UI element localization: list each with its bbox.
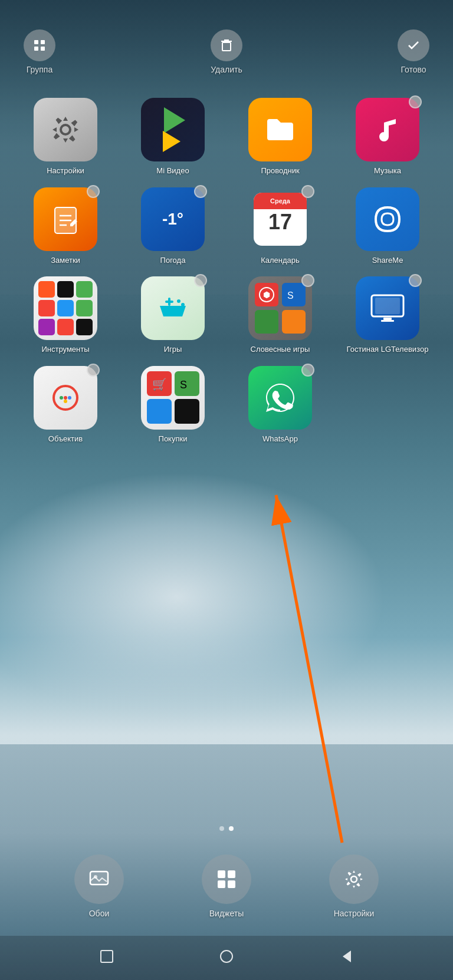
app-shopping[interactable]: 🛒 S Покупки <box>125 366 221 444</box>
lgtv-app-label: Гостиная LGТелевизор <box>347 345 429 354</box>
svg-rect-22 <box>381 320 394 322</box>
calendar-date: 17 <box>268 212 292 233</box>
svg-rect-35 <box>218 880 225 888</box>
screen: Группа Удалить Готово <box>0 0 453 980</box>
svg-rect-20 <box>375 298 400 314</box>
group-button[interactable]: Группа <box>24 29 55 74</box>
files-app-label: Проводник <box>261 166 299 176</box>
svg-rect-13 <box>165 301 173 303</box>
delete-button[interactable]: Удалить <box>211 29 242 74</box>
shopping-app-icon: 🛒 S <box>141 366 205 430</box>
shopping-app-label: Покупки <box>159 434 188 444</box>
app-tools[interactable]: Инструменты <box>18 276 113 354</box>
wordgames-notification-dot <box>301 274 314 287</box>
notes-notification-dot <box>87 185 100 198</box>
music-notification-dot <box>409 95 422 108</box>
app-lgtv[interactable]: Гостиная LGТелевизор <box>340 276 435 354</box>
done-button[interactable]: Готово <box>398 29 429 74</box>
svg-rect-33 <box>218 870 225 878</box>
svg-rect-6 <box>221 41 232 42</box>
page-dot-2 <box>229 826 234 831</box>
svg-point-25 <box>64 396 67 400</box>
lens-app-label: Объектив <box>48 434 83 444</box>
back-button[interactable] <box>334 945 358 968</box>
svg-point-26 <box>68 396 71 400</box>
app-weather[interactable]: -1° Погода <box>125 187 221 265</box>
svg-text:S: S <box>287 291 294 301</box>
whatsapp-app-icon <box>248 366 312 430</box>
app-music[interactable]: Музыка <box>340 98 435 176</box>
whatsapp-app-label: WhatsApp <box>262 434 298 444</box>
svg-rect-2 <box>34 40 38 44</box>
svg-point-37 <box>351 876 357 882</box>
home-button[interactable] <box>215 945 238 968</box>
top-action-bar: Группа Удалить Готово <box>0 0 453 86</box>
svg-rect-36 <box>228 880 235 888</box>
weather-app-label: Погода <box>160 256 186 265</box>
svg-point-27 <box>64 400 67 403</box>
dock-settings-label: Настройки <box>334 909 375 918</box>
mivideo-app-label: Mi Видео <box>156 166 189 176</box>
svg-rect-3 <box>41 40 45 44</box>
weather-notification-dot <box>194 185 207 198</box>
bottom-dock: Обои Виджеты Настройки <box>0 843 453 936</box>
music-app-label: Музыка <box>374 166 401 176</box>
app-grid: Настройки Mi Видео Проводник <box>0 92 453 449</box>
app-files[interactable]: Проводник <box>232 98 328 176</box>
dock-settings[interactable]: Настройки <box>329 854 379 918</box>
lgtv-notification-dot <box>409 274 422 287</box>
notes-app-icon <box>34 187 97 251</box>
wordgames-app-label: Словесные игры <box>251 345 310 354</box>
svg-rect-5 <box>41 47 45 51</box>
system-nav-bar <box>0 936 453 980</box>
app-lens[interactable]: Объектив <box>18 366 113 444</box>
delete-label: Удалить <box>211 65 242 74</box>
games-notification-dot <box>194 274 207 287</box>
app-games[interactable]: Игры <box>125 276 221 354</box>
svg-text:🛒: 🛒 <box>152 377 167 391</box>
music-app-icon <box>356 98 419 161</box>
wordgames-app-icon: ⬢ S <box>248 276 312 340</box>
calendar-app-label: Календарь <box>261 256 300 265</box>
svg-text:S: S <box>180 379 187 391</box>
dock-settings-icon <box>329 854 379 904</box>
games-app-icon <box>141 276 205 340</box>
svg-point-24 <box>60 396 63 400</box>
wallpaper-icon <box>74 854 124 904</box>
dock-wallpaper[interactable]: Обои <box>74 854 124 918</box>
settings-app-label: Настройки <box>47 166 84 176</box>
app-notes[interactable]: Заметки <box>18 187 113 265</box>
svg-point-15 <box>181 303 185 306</box>
mivideo-app-icon <box>141 98 205 161</box>
app-calendar[interactable]: Среда 17 Календарь <box>232 187 328 265</box>
group-label: Группа <box>27 65 52 74</box>
shareme-app-icon <box>356 187 419 251</box>
games-app-label: Игры <box>164 345 182 354</box>
svg-point-14 <box>177 299 180 303</box>
wallpaper-label: Обои <box>89 909 110 918</box>
dock-widgets[interactable]: Виджеты <box>202 854 251 918</box>
calendar-app-icon: Среда 17 <box>248 187 312 251</box>
recent-apps-button[interactable] <box>95 945 119 968</box>
files-app-icon <box>248 98 312 161</box>
shareme-app-label: ShareMe <box>372 256 403 265</box>
app-settings[interactable]: Настройки <box>18 98 113 176</box>
page-indicator <box>0 826 453 831</box>
notes-app-label: Заметки <box>51 256 80 265</box>
app-mivideo[interactable]: Mi Видео <box>125 98 221 176</box>
lgtv-app-icon <box>356 276 419 340</box>
svg-point-39 <box>221 951 232 962</box>
widgets-label: Виджеты <box>209 909 244 918</box>
app-wordgames[interactable]: ⬢ S Словесные игры <box>232 276 328 354</box>
tools-app-label: Инструменты <box>41 345 89 354</box>
page-dot-1 <box>219 826 224 831</box>
group-icon-circle <box>24 29 55 61</box>
done-icon-circle <box>398 29 429 61</box>
app-shareme[interactable]: ShareMe <box>340 187 435 265</box>
lens-notification-dot <box>87 364 100 377</box>
widgets-icon <box>202 854 251 904</box>
tools-app-icon <box>34 276 97 340</box>
calendar-notification-dot <box>301 185 314 198</box>
whatsapp-notification-dot <box>301 364 314 377</box>
app-whatsapp[interactable]: WhatsApp <box>232 366 328 444</box>
